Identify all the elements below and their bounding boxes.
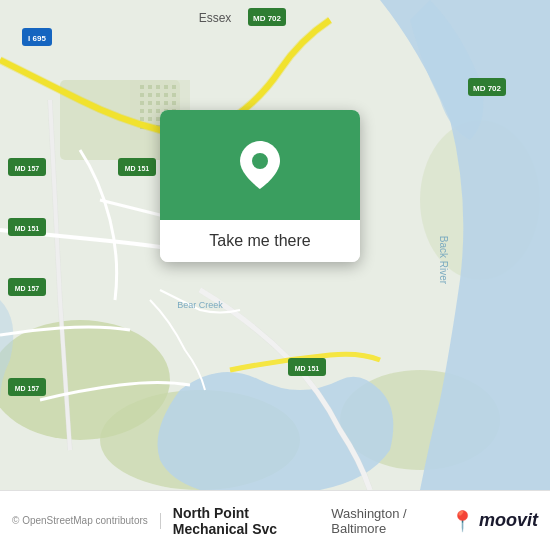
svg-text:I 695: I 695 bbox=[28, 34, 46, 43]
location-card: Take me there bbox=[160, 110, 360, 262]
svg-text:Essex: Essex bbox=[199, 11, 232, 25]
svg-text:MD 157: MD 157 bbox=[15, 285, 40, 292]
card-action-section: Take me there bbox=[160, 220, 360, 262]
svg-rect-17 bbox=[140, 101, 144, 105]
map-container: I 695 MD 702 MD 702 MD 157 MD 151 MD 157… bbox=[0, 0, 550, 490]
svg-rect-14 bbox=[156, 93, 160, 97]
svg-text:MD 157: MD 157 bbox=[15, 165, 40, 172]
svg-text:MD 157: MD 157 bbox=[15, 385, 40, 392]
svg-text:Bear Creek: Bear Creek bbox=[177, 300, 223, 310]
svg-text:Back River: Back River bbox=[438, 236, 449, 285]
card-map-section bbox=[160, 110, 360, 220]
moovit-pin-icon: 📍 bbox=[450, 509, 475, 533]
svg-rect-22 bbox=[140, 109, 144, 113]
svg-rect-28 bbox=[148, 117, 152, 121]
svg-text:MD 151: MD 151 bbox=[15, 225, 40, 232]
business-region: Washington / Baltimore bbox=[331, 506, 442, 536]
copyright-text: © OpenStreetMap contributors bbox=[12, 515, 148, 526]
business-info: North Point Mechanical Svc Washington / … bbox=[173, 505, 442, 537]
bottom-divider bbox=[160, 513, 161, 529]
svg-text:MD 702: MD 702 bbox=[473, 84, 502, 93]
svg-rect-21 bbox=[172, 101, 176, 105]
svg-text:MD 151: MD 151 bbox=[295, 365, 320, 372]
svg-rect-13 bbox=[148, 93, 152, 97]
svg-rect-20 bbox=[164, 101, 168, 105]
svg-rect-19 bbox=[156, 101, 160, 105]
location-pin-icon bbox=[238, 143, 282, 187]
svg-rect-9 bbox=[156, 85, 160, 89]
svg-text:MD 151: MD 151 bbox=[125, 165, 150, 172]
svg-rect-11 bbox=[172, 85, 176, 89]
svg-text:MD 702: MD 702 bbox=[253, 14, 282, 23]
svg-rect-15 bbox=[164, 93, 168, 97]
svg-rect-23 bbox=[148, 109, 152, 113]
svg-rect-10 bbox=[164, 85, 168, 89]
moovit-logo: 📍 moovit bbox=[450, 509, 538, 533]
svg-rect-16 bbox=[172, 93, 176, 97]
svg-rect-12 bbox=[140, 93, 144, 97]
bottom-bar: © OpenStreetMap contributors North Point… bbox=[0, 490, 550, 550]
moovit-brand-text: moovit bbox=[479, 510, 538, 531]
svg-rect-7 bbox=[140, 85, 144, 89]
svg-rect-8 bbox=[148, 85, 152, 89]
business-name: North Point Mechanical Svc bbox=[173, 505, 325, 537]
svg-rect-18 bbox=[148, 101, 152, 105]
svg-point-58 bbox=[252, 153, 268, 169]
take-me-there-button[interactable]: Take me there bbox=[176, 232, 344, 250]
